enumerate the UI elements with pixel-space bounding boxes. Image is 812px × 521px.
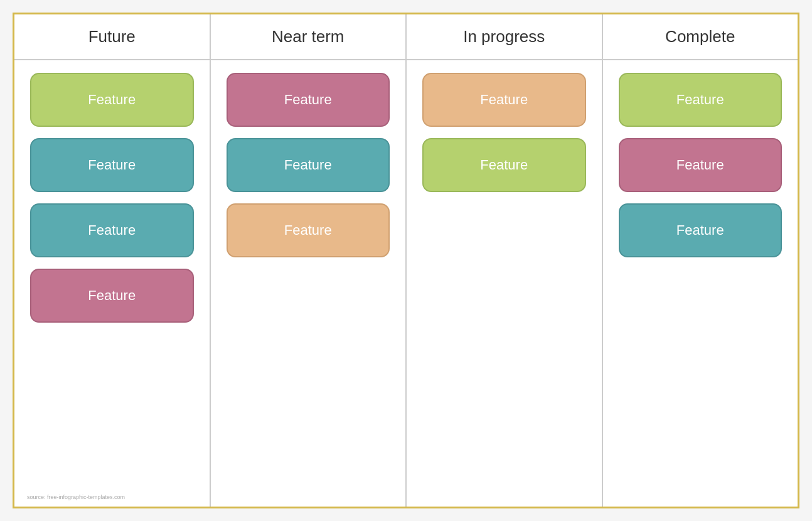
card-nearterm-1[interactable]: Feature (227, 73, 390, 127)
card-nearterm-3[interactable]: Feature (227, 203, 390, 257)
watermark: source: free-infographic-templates.com (27, 494, 125, 500)
card-future-1[interactable]: Feature (30, 73, 194, 127)
card-inprogress-2[interactable]: Feature (422, 138, 586, 192)
card-inprogress-1[interactable]: Feature (422, 73, 586, 127)
column-future: Feature Feature Feature Feature (14, 60, 211, 507)
card-nearterm-2[interactable]: Feature (227, 138, 390, 192)
card-complete-1[interactable]: Feature (619, 73, 783, 127)
kanban-board: Future Near term In progress Complete Fe… (13, 13, 799, 508)
board-header: Future Near term In progress Complete (14, 14, 798, 60)
card-future-3[interactable]: Feature (30, 203, 194, 257)
board-body: Feature Feature Feature Feature Feature … (14, 60, 798, 507)
card-future-4[interactable]: Feature (30, 269, 194, 323)
column-near-term: Feature Feature Feature (211, 60, 407, 507)
header-complete: Complete (603, 14, 798, 59)
card-complete-2[interactable]: Feature (619, 138, 783, 192)
column-in-progress: Feature Feature (407, 60, 603, 507)
card-complete-3[interactable]: Feature (619, 203, 783, 257)
header-future: Future (14, 14, 211, 59)
card-future-2[interactable]: Feature (30, 138, 194, 192)
header-near-term: Near term (211, 14, 407, 59)
header-in-progress: In progress (407, 14, 603, 59)
column-complete: Feature Feature Feature (603, 60, 798, 507)
